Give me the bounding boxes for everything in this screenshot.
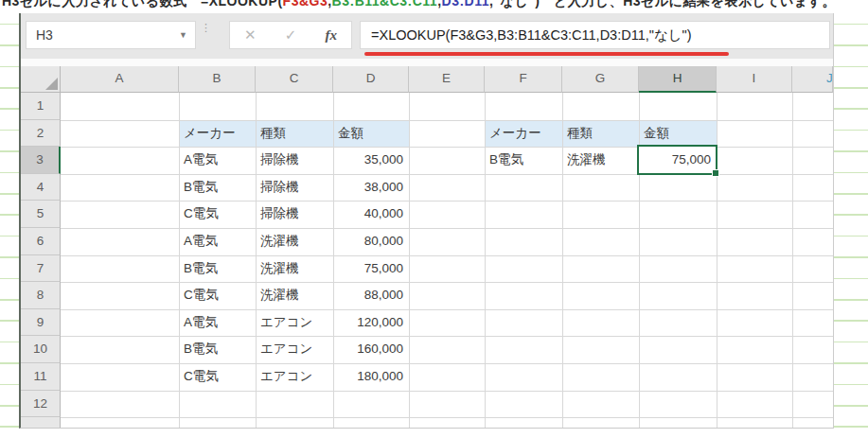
row-headers: 1 2 3 4 5 6 7 8 9 10 11 12 — [21, 93, 61, 428]
row-header-8[interactable]: 8 — [21, 282, 61, 309]
select-all-corner[interactable] — [21, 66, 61, 93]
column-header-h[interactable]: H — [639, 66, 717, 93]
cell-c3[interactable]: 掃除機 — [256, 147, 333, 174]
row-header-11[interactable]: 11 — [21, 363, 61, 391]
cell-d10[interactable]: 160,000 — [333, 336, 409, 363]
annotation-segment: ,"なし") と入力し、H3セルに結果を表示しています。 — [489, 0, 836, 9]
cell-d2[interactable]: 金額 — [333, 120, 409, 148]
column-header-j[interactable]: J — [792, 66, 833, 93]
cell-c2[interactable]: 種類 — [256, 120, 333, 148]
grid-body[interactable]: メーカー 種類 金額 A電気 掃除機 35,000 B電気 掃除機 38,000… — [61, 93, 833, 428]
row-header-12[interactable]: 12 — [21, 391, 61, 418]
row-header-5[interactable]: 5 — [21, 201, 61, 228]
cell-d4[interactable]: 38,000 — [333, 174, 409, 201]
gridline — [333, 93, 334, 428]
formula-buttons: ✕ ✓ fx — [229, 21, 352, 49]
cell-f2[interactable]: メーカー — [485, 120, 562, 148]
cell-b7[interactable]: B電気 — [179, 255, 256, 283]
cancel-icon[interactable]: ✕ — [244, 26, 257, 44]
column-header-i[interactable]: I — [717, 66, 792, 93]
column-header-c[interactable]: C — [256, 66, 333, 93]
cell-g2[interactable]: 種類 — [562, 120, 639, 148]
gridline — [792, 93, 793, 428]
cell-c10[interactable]: エアコン — [256, 336, 333, 363]
cell-b11[interactable]: C電気 — [179, 363, 256, 391]
gridline — [179, 93, 180, 428]
gridline — [61, 417, 833, 418]
cell-d8[interactable]: 88,000 — [333, 282, 409, 309]
formula-bar-divider — [21, 59, 833, 66]
cell-c11[interactable]: エアコン — [256, 363, 333, 391]
tutorial-annotation-text: H3セルに入力されている数式 =XLOOKUP(F3&G3,B3:B11&C3:… — [0, 0, 868, 9]
cell-c7[interactable]: 洗濯機 — [256, 255, 333, 283]
row-header-3[interactable]: 3 — [21, 147, 61, 174]
gridline — [61, 282, 833, 283]
column-header-a[interactable]: A — [61, 66, 179, 93]
fill-handle[interactable] — [712, 169, 719, 177]
gridline — [61, 336, 833, 337]
column-header-j-label: J — [826, 66, 833, 91]
cell-g3[interactable]: 洗濯機 — [562, 147, 639, 174]
row-header-1[interactable]: 1 — [21, 93, 61, 120]
enter-icon[interactable]: ✓ — [285, 26, 297, 44]
cell-c4[interactable]: 掃除機 — [256, 174, 333, 201]
cell-d9[interactable]: 120,000 — [333, 309, 409, 337]
cell-b8[interactable]: C電気 — [179, 282, 256, 309]
gridline — [61, 201, 833, 201]
cell-c8[interactable]: 洗濯機 — [256, 282, 333, 309]
cell-d7[interactable]: 75,000 — [333, 255, 409, 283]
cell-b4[interactable]: B電気 — [179, 174, 256, 201]
cell-h2[interactable]: 金額 — [639, 120, 717, 148]
cell-d5[interactable]: 40,000 — [333, 201, 409, 228]
name-box-value: H3 — [36, 27, 53, 43]
cell-b5[interactable]: C電気 — [179, 201, 256, 228]
cell-d6[interactable]: 80,000 — [333, 228, 409, 255]
annotation-segment: H3セルに入力されている数式 =XLOOKUP( — [2, 0, 283, 9]
row-header-2[interactable]: 2 — [21, 120, 61, 148]
row-header-6[interactable]: 6 — [21, 228, 61, 255]
gridline — [61, 391, 833, 392]
selected-cell-h3[interactable]: 75,000 — [637, 145, 717, 175]
column-headers: A B C D E F G H I J — [21, 66, 833, 93]
cell-c6[interactable]: 洗濯機 — [256, 228, 333, 255]
cell-b9[interactable]: A電気 — [179, 309, 256, 337]
gridline — [61, 255, 833, 256]
cell-d11[interactable]: 180,000 — [333, 363, 409, 391]
formula-text: =XLOOKUP(F3&G3,B3:B11&C3:C11,D3:D11,"なし"… — [371, 27, 692, 43]
row-header-10[interactable]: 10 — [21, 336, 61, 363]
gridline — [485, 93, 486, 428]
column-header-f[interactable]: F — [485, 66, 562, 93]
cell-c9[interactable]: エアコン — [256, 309, 333, 337]
column-header-d[interactable]: D — [333, 66, 409, 93]
row-header-9[interactable]: 9 — [21, 309, 61, 337]
chevron-down-icon[interactable]: ▼ — [179, 22, 187, 48]
grid-area: 1 2 3 4 5 6 7 8 9 10 11 12 — [21, 93, 833, 428]
formula-input[interactable]: =XLOOKUP(F3&G3,B3:B11&C3:C11,D3:D11,"なし"… — [360, 21, 830, 49]
cell-c5[interactable]: 掃除機 — [256, 201, 333, 228]
formula-red-underline — [364, 52, 729, 56]
annotation-segment: B3:B11&C3:C11 — [332, 0, 438, 9]
cell-b2[interactable]: メーカー — [179, 120, 256, 148]
cell-b10[interactable]: B電気 — [179, 336, 256, 363]
cell-b6[interactable]: A電気 — [179, 228, 256, 255]
gridline — [61, 228, 833, 229]
gridline — [256, 93, 257, 428]
cell-f3[interactable]: B電気 — [485, 147, 562, 174]
select-all-triangle-icon — [45, 78, 58, 90]
column-header-b[interactable]: B — [179, 66, 256, 93]
annotation-segment: F3&G3 — [283, 0, 328, 9]
row-header-4[interactable]: 4 — [21, 174, 61, 201]
tutorial-annotation: H3セルに入力されている数式 =XLOOKUP(F3&G3,B3:B11&C3:… — [0, 0, 868, 9]
cell-d3[interactable]: 35,000 — [333, 147, 409, 174]
column-header-g[interactable]: G — [562, 66, 639, 93]
formula-bar-handle-icon[interactable]: ⋮ — [201, 25, 211, 31]
gridline — [562, 93, 563, 428]
row-header-7[interactable]: 7 — [21, 255, 61, 283]
name-box[interactable]: H3 ▼ — [26, 21, 196, 49]
excel-sheet: H3 ▼ ⋮ ✕ ✓ fx =XLOOKUP(F3&G3,B3:B11&C3:C… — [19, 13, 834, 429]
gridline — [61, 363, 833, 364]
insert-function-icon[interactable]: fx — [325, 27, 337, 44]
formula-bar: H3 ▼ ⋮ ✕ ✓ fx =XLOOKUP(F3&G3,B3:B11&C3:C… — [21, 13, 833, 59]
cell-b3[interactable]: A電気 — [179, 147, 256, 174]
column-header-e[interactable]: E — [409, 66, 485, 93]
